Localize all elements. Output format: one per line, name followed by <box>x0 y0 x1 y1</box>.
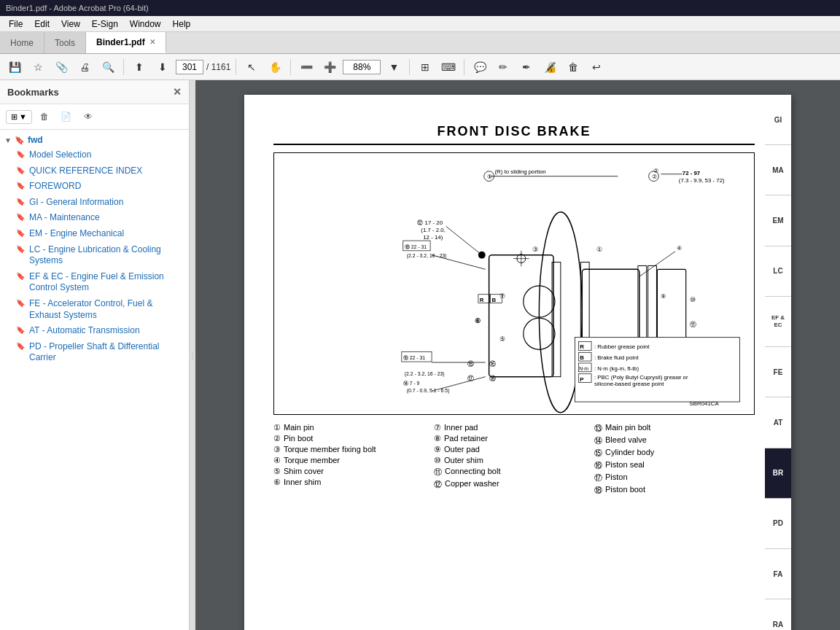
tab-bar: Home Tools Binder1.pdf ✕ <box>0 32 840 54</box>
save-button[interactable]: 💾 <box>4 57 25 77</box>
menu-esign[interactable]: E-Sign <box>86 18 124 31</box>
sidebar-title: Bookmarks <box>7 87 59 98</box>
index-at[interactable]: AT <box>765 397 791 448</box>
bookmark-root-label: fwd <box>28 135 43 145</box>
delete-button[interactable]: 🗑 <box>563 57 583 77</box>
parts-item: ⑫ Copper washer <box>434 478 594 491</box>
parts-item: ⑱ Piston boot <box>594 484 755 497</box>
menu-edit[interactable]: Edit <box>28 18 55 31</box>
page-number-input[interactable] <box>176 60 203 74</box>
menu-help[interactable]: Help <box>167 18 197 31</box>
hand-tool-button[interactable]: ✋ <box>265 57 285 77</box>
parts-item: ⑪ Connecting bolt <box>434 466 594 478</box>
undo-button[interactable]: ↩ <box>586 57 607 77</box>
diagram-area: (R) to sliding portion ① ② 72 - 97 (7.3 … <box>273 152 755 415</box>
cursor-tool-button[interactable]: ↖ <box>241 57 262 77</box>
parts-item: ⑰ Piston <box>594 472 755 484</box>
zoom-input[interactable] <box>343 60 381 74</box>
bookmark-icon: 🔖 <box>16 326 25 334</box>
sidebar-item-label: GI - General Information <box>29 197 123 209</box>
parts-item: ② Pin boot <box>273 433 434 444</box>
fit-page-button[interactable]: ⊞ <box>415 57 435 77</box>
index-em[interactable]: EM <box>765 195 791 246</box>
sidebar-item-fe[interactable]: 🔖 FE - Accelerator Control, Fuel & Exhau… <box>0 296 189 323</box>
stamp-button[interactable]: 🔏 <box>540 57 560 77</box>
svg-text:: Brake fluid point: : Brake fluid point <box>594 354 639 361</box>
svg-text:⑰: ⑰ <box>467 375 474 382</box>
parts-item: ⑩ Outer shim <box>434 455 594 466</box>
index-ma[interactable]: MA <box>765 145 791 195</box>
index-fa[interactable]: FA <box>765 549 791 599</box>
sidebar-options-dropdown[interactable]: ⊞ ▼ <box>6 110 32 124</box>
index-efec[interactable]: EF &EC <box>765 297 791 347</box>
sidebar-item-quick-ref[interactable]: 🔖 QUICK REFERENCE INDEX <box>0 163 189 179</box>
bookmark-folder-icon: 🔖 <box>15 136 25 145</box>
sidebar-item-gi[interactable]: 🔖 GI - General Information <box>0 195 189 211</box>
sidebar-item-label: EF & EC - Engine Fuel & Emission Control… <box>29 271 183 294</box>
tab-binder1[interactable]: Binder1.pdf ✕ <box>86 32 166 53</box>
tab-close-icon[interactable]: ✕ <box>149 38 155 46</box>
svg-text:②: ② <box>652 174 657 180</box>
tab-home[interactable]: Home <box>0 32 44 53</box>
toolbar-separator-1 <box>123 59 124 75</box>
toolbar: 💾 ☆ 📎 🖨 🔍 ⬆ ⬇ / 1161 ↖ ✋ ➖ ➕ ▼ ⊞ ⌨ 💬 ✏ ✒… <box>0 54 840 80</box>
index-br[interactable]: BR <box>765 448 791 499</box>
parts-column-1: ① Main pin ② Pin boot ③ Torque member fi… <box>273 422 434 497</box>
parts-column-2: ⑦ Inner pad ⑧ Pad retainer ⑨ Outer pad ⑩… <box>434 422 594 497</box>
sidebar-item-model-selection[interactable]: 🔖 Model Selection <box>0 147 189 163</box>
bookmark-icon: 🔖 <box>16 229 25 237</box>
index-ra[interactable]: RA <box>765 599 791 630</box>
keyboard-button[interactable]: ⌨ <box>438 57 459 77</box>
delete-bookmark-button[interactable]: 🗑 <box>35 107 54 126</box>
tab-tools[interactable]: Tools <box>44 32 86 53</box>
svg-text:⑮: ⑮ <box>467 360 474 368</box>
title-bar: Binder1.pdf - Adobe Acrobat Pro (64-bit) <box>0 0 840 16</box>
sidebar-item-lc[interactable]: 🔖 LC - Engine Lubrication & Cooling Syst… <box>0 242 189 269</box>
svg-text:①: ① <box>487 174 492 180</box>
sidebar-item-at[interactable]: 🔖 AT - Automatic Transmission <box>0 323 189 339</box>
zoom-out-button[interactable]: ➖ <box>296 57 316 77</box>
tab-binder1-label: Binder1.pdf <box>96 37 145 47</box>
page-container: FRONT DISC BRAKE (R) to sliding portion … <box>244 95 791 630</box>
zoom-in-button[interactable]: ➕ <box>319 57 340 77</box>
sidebar-item-efec[interactable]: 🔖 EF & EC - Engine Fuel & Emission Contr… <box>0 269 189 296</box>
sidebar-item-foreword[interactable]: 🔖 FOREWORD <box>0 179 189 195</box>
sidebar-resizer[interactable]: ⋮ <box>190 80 195 630</box>
sidebar-item-label: PD - Propeller Shaft & Differential Carr… <box>29 341 183 364</box>
new-bookmark-button[interactable]: 📄 <box>57 107 76 126</box>
prev-page-button[interactable]: ⬆ <box>129 57 149 77</box>
sidebar-close-button[interactable]: ✕ <box>173 86 182 98</box>
find-bookmark-button[interactable]: 👁 <box>79 107 98 126</box>
sidebar-item-label: AT - Automatic Transmission <box>29 325 140 337</box>
index-lc[interactable]: LC <box>765 246 791 297</box>
svg-text:(0.7 - 0.9, 5.1 - 6.5): (0.7 - 0.9, 5.1 - 6.5) <box>407 388 450 394</box>
svg-text:(2.2 - 3.2, 16 - 23): (2.2 - 3.2, 16 - 23) <box>405 371 445 377</box>
index-gi[interactable]: GI <box>765 95 791 145</box>
svg-text:(7.3 - 9.9, 53 - 72): (7.3 - 9.9, 53 - 72) <box>679 177 725 184</box>
menu-view[interactable]: View <box>55 18 86 31</box>
sidebar-toolbar: ⊞ ▼ 🗑 📄 👁 <box>0 104 189 130</box>
zoom-dropdown-button[interactable]: ▼ <box>384 57 404 77</box>
sidebar-item-pd[interactable]: 🔖 PD - Propeller Shaft & Differential Ca… <box>0 339 189 366</box>
menu-file[interactable]: File <box>3 18 28 31</box>
sidebar-item-em[interactable]: 🔖 EM - Engine Mechanical <box>0 226 189 242</box>
index-fe[interactable]: FE <box>765 347 791 397</box>
print-button[interactable]: 🖨 <box>74 57 95 77</box>
next-page-button[interactable]: ⬇ <box>152 57 173 77</box>
svg-text:⑯: ⑯ <box>489 360 496 368</box>
attach-button[interactable]: 📎 <box>51 57 71 77</box>
comment-button[interactable]: 💬 <box>470 57 490 77</box>
highlight-button[interactable]: ✏ <box>493 57 513 77</box>
pdf-area[interactable]: FRONT DISC BRAKE (R) to sliding portion … <box>195 80 840 630</box>
page-total: / 1161 <box>206 62 230 72</box>
draw-button[interactable]: ✒ <box>516 57 537 77</box>
svg-text:⑤: ⑤ <box>499 335 505 343</box>
sidebar-item-label: LC - Engine Lubrication & Cooling System… <box>29 244 183 267</box>
bookmark-tree: ▼ 🔖 fwd 🔖 Model Selection 🔖 QUICK REFERE… <box>0 130 189 630</box>
index-pd[interactable]: PD <box>765 499 791 549</box>
bookmark-button[interactable]: ☆ <box>28 57 48 77</box>
zoom-out-search-button[interactable]: 🔍 <box>98 57 118 77</box>
bookmark-root-fwd[interactable]: ▼ 🔖 fwd <box>0 133 189 147</box>
menu-window[interactable]: Window <box>124 18 167 31</box>
sidebar-item-ma[interactable]: 🔖 MA - Maintenance <box>0 210 189 226</box>
